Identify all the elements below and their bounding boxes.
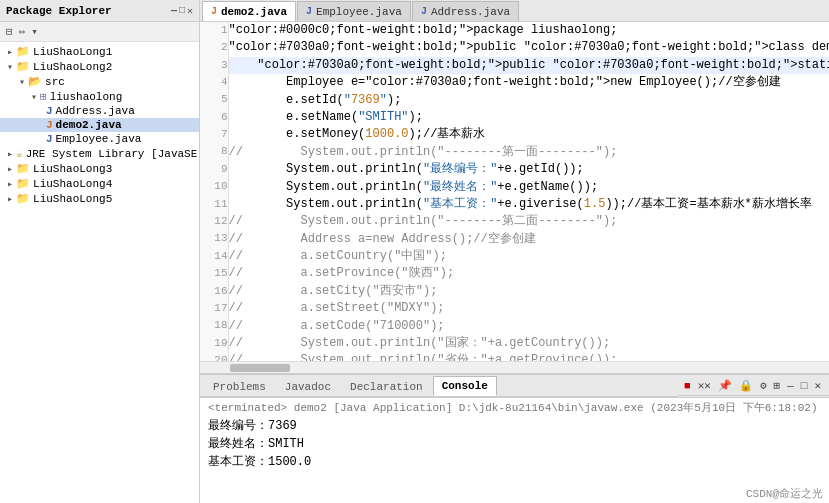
scroll-lock-icon[interactable]: 🔒 bbox=[737, 378, 755, 393]
sidebar: Package Explorer — □ ✕ ⊟ ⇔ ▾ ▸ 📁 LiuShao… bbox=[0, 0, 200, 503]
code-line-17[interactable]: // a.setStreet("MDXY"); bbox=[228, 300, 829, 317]
bottom-tab-problems[interactable]: Problems bbox=[204, 376, 275, 396]
collapse-all-icon[interactable]: ⊟ bbox=[4, 24, 15, 39]
code-line-3[interactable]: "color:#7030a0;font-weight:bold;">public… bbox=[228, 57, 829, 74]
code-line-10[interactable]: System.out.println("最终姓名："+e.getName()); bbox=[228, 179, 829, 196]
expand-arrow-liu3[interactable]: ▸ bbox=[7, 163, 13, 175]
minimize-icon[interactable]: — bbox=[171, 5, 177, 17]
code-line-6[interactable]: e.setName("SMITH"); bbox=[228, 109, 829, 126]
line-number-3: 3 bbox=[200, 57, 228, 74]
code-line-2[interactable]: "color:#7030a0;font-weight:bold;">public… bbox=[228, 39, 829, 56]
remove-all-icon[interactable]: ✕✕ bbox=[696, 378, 713, 393]
sidebar-item-address[interactable]: J Address.java bbox=[0, 104, 199, 118]
horizontal-scrollbar[interactable] bbox=[200, 361, 829, 373]
code-line-7[interactable]: e.setMoney(1000.0);//基本薪水 bbox=[228, 126, 829, 143]
code-row-1: 1"color:#0000c0;font-weight:bold;">packa… bbox=[200, 22, 829, 39]
code-line-8[interactable]: // System.out.println("--------第一面------… bbox=[228, 144, 829, 161]
maximize-console-icon[interactable]: □ bbox=[799, 379, 810, 393]
open-console-icon[interactable]: ⊞ bbox=[772, 378, 783, 393]
line-number-11: 11 bbox=[200, 196, 228, 213]
line-number-12: 12 bbox=[200, 213, 228, 230]
code-line-5[interactable]: e.setId("7369"); bbox=[228, 92, 829, 109]
sidebar-item-liu4[interactable]: ▸ 📁 LiuShaoLong4 bbox=[0, 176, 199, 191]
line-number-2: 2 bbox=[200, 39, 228, 56]
expand-arrow-jre[interactable]: ▸ bbox=[7, 148, 13, 160]
code-line-1[interactable]: "color:#0000c0;font-weight:bold;">packag… bbox=[228, 22, 829, 39]
sidebar-item-liu3[interactable]: ▸ 📁 LiuShaoLong3 bbox=[0, 161, 199, 176]
sidebar-item-liu1[interactable]: ▸ 📁 LiuShaoLong1 bbox=[0, 44, 199, 59]
sidebar-item-liu5[interactable]: ▸ 📁 LiuShaoLong5 bbox=[0, 191, 199, 206]
code-line-20[interactable]: // System.out.println("省份："+a.getProvinc… bbox=[228, 352, 829, 361]
project-icon: 📁 bbox=[16, 60, 30, 73]
project-icon: 📁 bbox=[16, 45, 30, 58]
expand-arrow-src[interactable]: ▾ bbox=[19, 76, 25, 88]
maximize-icon[interactable]: □ bbox=[179, 5, 185, 17]
sidebar-item-label-liu2: LiuShaoLong2 bbox=[33, 61, 112, 73]
code-row-7: 7 e.setMoney(1000.0);//基本薪水 bbox=[200, 126, 829, 143]
code-row-12: 12// System.out.println("--------第二面----… bbox=[200, 213, 829, 230]
code-row-16: 16// a.setCity("西安市"); bbox=[200, 283, 829, 300]
editor-tab-0[interactable]: Jdemo2.java bbox=[202, 1, 296, 21]
line-number-7: 7 bbox=[200, 126, 228, 143]
code-row-6: 6 e.setName("SMITH"); bbox=[200, 109, 829, 126]
close-icon[interactable]: ✕ bbox=[187, 5, 193, 17]
sidebar-item-label-employee: Employee.java bbox=[56, 133, 142, 145]
sidebar-header: Package Explorer — □ ✕ bbox=[0, 0, 199, 22]
pin-icon[interactable]: 📌 bbox=[716, 378, 734, 393]
toolbar-menu-icon[interactable]: ▾ bbox=[29, 24, 40, 39]
code-row-14: 14// a.setCountry("中国"); bbox=[200, 248, 829, 265]
code-line-19[interactable]: // System.out.println("国家："+a.getCountry… bbox=[228, 335, 829, 352]
code-line-18[interactable]: // a.setCode("710000"); bbox=[228, 318, 829, 335]
code-line-4[interactable]: Employee e="color:#7030a0;font-weight:bo… bbox=[228, 74, 829, 91]
sidebar-item-employee[interactable]: J Employee.java bbox=[0, 132, 199, 146]
code-row-10: 10 System.out.println("最终姓名："+e.getName(… bbox=[200, 179, 829, 196]
sidebar-item-pkg[interactable]: ▾ ⊞ liushaolong bbox=[0, 89, 199, 104]
main-area: Jdemo2.javaJEmployee.javaJAddress.java 1… bbox=[200, 0, 829, 503]
expand-arrow-liu5[interactable]: ▸ bbox=[7, 193, 13, 205]
code-line-11[interactable]: System.out.println("基本工资："+e.giverise(1.… bbox=[228, 196, 829, 213]
code-row-4: 4 Employee e="color:#7030a0;font-weight:… bbox=[200, 74, 829, 91]
bottom-panel: ProblemsJavadocDeclarationConsole ■ ✕✕ 📌… bbox=[200, 373, 829, 503]
expand-arrow-liu2[interactable]: ▾ bbox=[7, 61, 13, 73]
hscroll-thumb[interactable] bbox=[230, 364, 290, 372]
sidebar-header-icons: — □ ✕ bbox=[171, 5, 193, 17]
code-line-16[interactable]: // a.setCity("西安市"); bbox=[228, 283, 829, 300]
line-number-14: 14 bbox=[200, 248, 228, 265]
console-line: 最终姓名：SMITH bbox=[208, 435, 821, 453]
sidebar-item-src[interactable]: ▾ 📂 src bbox=[0, 74, 199, 89]
expand-arrow-liu4[interactable]: ▸ bbox=[7, 178, 13, 190]
minimize-console-icon[interactable]: — bbox=[785, 379, 796, 393]
tab-label-1: Employee.java bbox=[316, 6, 402, 18]
link-editor-icon[interactable]: ⇔ bbox=[17, 24, 28, 39]
bottom-tab-console[interactable]: Console bbox=[433, 376, 497, 396]
tab-label-2: Address.java bbox=[431, 6, 510, 18]
project-icon: 📁 bbox=[16, 192, 30, 205]
sidebar-item-label-pkg: liushaolong bbox=[50, 91, 123, 103]
code-row-8: 8// System.out.println("--------第一面-----… bbox=[200, 144, 829, 161]
console-line: 基本工资：1500.0 bbox=[208, 453, 821, 471]
expand-arrow-liu1[interactable]: ▸ bbox=[7, 46, 13, 58]
line-number-5: 5 bbox=[200, 92, 228, 109]
editor-tabs: Jdemo2.javaJEmployee.javaJAddress.java bbox=[200, 0, 829, 22]
code-line-15[interactable]: // a.setProvince("陕西"); bbox=[228, 265, 829, 282]
bottom-panel-content: <terminated> demo2 [Java Application] D:… bbox=[200, 398, 829, 503]
sidebar-item-demo2[interactable]: J demo2.java bbox=[0, 118, 199, 132]
code-editor[interactable]: 1"color:#0000c0;font-weight:bold;">packa… bbox=[200, 22, 829, 361]
code-line-9[interactable]: System.out.println("最终编号："+e.getId()); bbox=[228, 161, 829, 178]
bottom-tab-javadoc[interactable]: Javadoc bbox=[276, 376, 340, 396]
console-line: 最终编号：7369 bbox=[208, 417, 821, 435]
code-line-12[interactable]: // System.out.println("--------第二面------… bbox=[228, 213, 829, 230]
code-line-14[interactable]: // a.setCountry("中国"); bbox=[228, 248, 829, 265]
console-settings-icon[interactable]: ⚙ bbox=[758, 378, 769, 393]
terminate-icon[interactable]: ■ bbox=[682, 379, 693, 393]
sidebar-item-jre[interactable]: ▸ ☕ JRE System Library [JavaSE-...] bbox=[0, 146, 199, 161]
expand-arrow-pkg[interactable]: ▾ bbox=[31, 91, 37, 103]
sidebar-item-liu2[interactable]: ▾ 📁 LiuShaoLong2 bbox=[0, 59, 199, 74]
editor-tab-2[interactable]: JAddress.java bbox=[412, 1, 519, 21]
tab-java-icon-2: J bbox=[421, 6, 427, 17]
code-line-13[interactable]: // Address a=new Address();//空参创建 bbox=[228, 231, 829, 248]
code-row-11: 11 System.out.println("基本工资："+e.giverise… bbox=[200, 196, 829, 213]
editor-tab-1[interactable]: JEmployee.java bbox=[297, 1, 411, 21]
close-console-icon[interactable]: ✕ bbox=[812, 378, 823, 393]
bottom-tab-declaration[interactable]: Declaration bbox=[341, 376, 432, 396]
